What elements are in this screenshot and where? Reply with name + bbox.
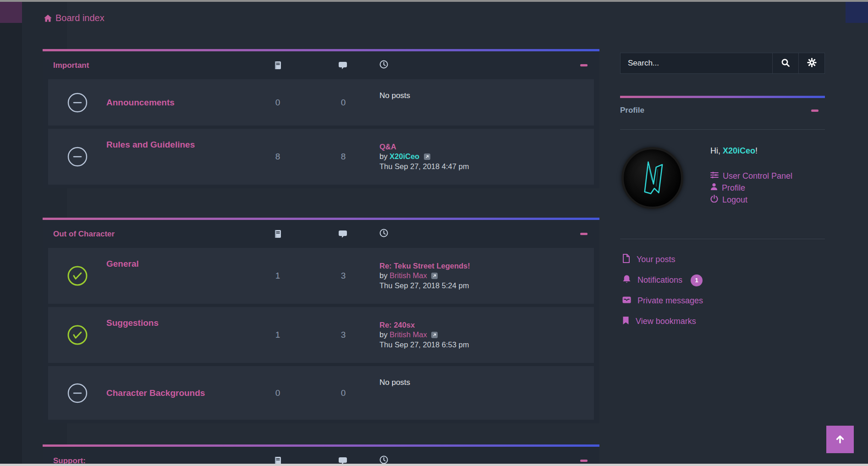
posts-count: 0 (307, 388, 379, 398)
home-icon (44, 15, 52, 22)
lastpost-clock-icon (379, 229, 388, 239)
posts-icon (307, 230, 379, 238)
inbox-icon (622, 296, 631, 306)
gear-icon (807, 58, 817, 69)
collapse-panel-button[interactable] (580, 64, 588, 66)
bell-icon (622, 274, 631, 286)
view-bookmarks-link[interactable]: View bookmarks (622, 311, 824, 332)
forum-row: Character Backgrounds 0 0 No posts (48, 366, 594, 420)
collapse-panel-button[interactable] (580, 460, 588, 462)
sidebar: Profile Hi, X20iCeo! U (620, 49, 825, 466)
scroll-to-top-button[interactable] (826, 426, 854, 453)
arrow-up-icon (835, 433, 846, 446)
check-circle-icon (48, 265, 106, 287)
notifications-link[interactable]: Notifications 1 (622, 270, 824, 291)
profile-link[interactable]: Profile (710, 182, 792, 194)
panel-support: Support: (43, 444, 599, 466)
topics-count: 0 (248, 388, 307, 398)
last-post: Re: Teku Street Legends! by British Max … (379, 261, 594, 291)
greeting: Hi, X20iCeo! (710, 146, 758, 156)
last-post-subject-link[interactable]: Q&A (379, 143, 396, 151)
forum-link[interactable]: Announcements (106, 98, 248, 108)
breadcrumb-label: Board index (55, 13, 104, 23)
last-post: Q&A by X20iCeo Thu Sep 27, 2018 4:47 pm (379, 142, 594, 171)
forum-row: Announcements 0 0 No posts (48, 79, 594, 126)
goto-last-post-icon[interactable] (431, 273, 438, 279)
panel-header: Support: (43, 447, 599, 466)
power-icon (710, 195, 718, 205)
last-post-author-link[interactable]: British Max (390, 271, 427, 280)
posts-count: 3 (307, 330, 379, 340)
goto-last-post-icon[interactable] (431, 332, 438, 338)
sidebar-links: Your posts Notifications 1 Private messa… (622, 249, 824, 332)
last-post-subject-link[interactable]: Re: 240sx (379, 321, 415, 329)
greeting-username: X20iCeo (723, 146, 755, 155)
posts-icon (307, 61, 379, 70)
forum-row: Suggestions 1 3 Re: 240sx by British Max… (48, 307, 594, 363)
panel-header: Important (43, 51, 599, 79)
topics-count: 1 (248, 271, 307, 281)
lastpost-clock-icon (379, 455, 388, 466)
user-control-panel-link[interactable]: User Control Panel (710, 170, 792, 182)
search-settings-button[interactable] (798, 53, 824, 73)
posts-icon (307, 457, 379, 465)
search-bar (620, 53, 825, 74)
breadcrumb[interactable]: Board index (44, 13, 104, 23)
collapse-panel-button[interactable] (580, 233, 588, 235)
profile-title: Profile (620, 106, 644, 115)
minus-circle-icon (48, 146, 106, 167)
topics-icon (248, 456, 307, 466)
your-posts-link[interactable]: Your posts (622, 249, 824, 270)
banner-left-fragment (0, 2, 22, 23)
topics-icon (248, 61, 307, 70)
search-input[interactable] (621, 53, 772, 73)
forum-page: Board index Important (0, 0, 868, 466)
forum-link[interactable]: Suggestions (106, 307, 248, 328)
divider (620, 129, 825, 130)
file-icon (622, 254, 630, 265)
last-post-author-link[interactable]: British Max (390, 330, 427, 339)
search-icon (781, 58, 790, 69)
lastpost-clock-icon (379, 60, 388, 71)
private-messages-link[interactable]: Private messages (622, 291, 824, 311)
posts-count: 0 (307, 98, 379, 108)
last-post: Re: 240sx by British Max Thu Sep 27, 201… (379, 320, 594, 350)
collapse-profile-button[interactable] (811, 110, 819, 112)
panel-title: Support: (48, 456, 248, 466)
bookmark-icon (622, 316, 629, 327)
topics-count: 8 (248, 152, 307, 162)
avatar (621, 147, 683, 209)
goto-last-post-icon[interactable] (424, 154, 430, 160)
minus-circle-icon (48, 383, 106, 404)
last-post-date: Thu Sep 27, 2018 6:53 pm (379, 340, 469, 349)
profile-header: Profile (620, 106, 825, 115)
panel-title: Important (48, 61, 248, 70)
minus-circle-icon (48, 92, 106, 113)
banner-right-fragment (846, 2, 868, 23)
posts-count: 3 (307, 271, 379, 281)
gradient-bar (620, 96, 825, 98)
profile-links: User Control Panel Profile Logout (710, 170, 792, 206)
topics-count: 0 (248, 98, 307, 108)
divider (620, 239, 825, 239)
logout-link[interactable]: Logout (710, 194, 792, 206)
last-post-subject-link[interactable]: Re: Teku Street Legends! (379, 262, 470, 270)
forum-row: Rules and Guidelines 8 8 Q&A by X20iCeo … (48, 129, 594, 185)
last-post-author-link[interactable]: X20iCeo (390, 152, 419, 160)
forum-row: General 1 3 Re: Teku Street Legends! by … (48, 248, 594, 304)
sliders-icon (710, 171, 719, 181)
panel-out-of-character: Out of Character (43, 218, 599, 423)
posts-count: 8 (307, 152, 379, 162)
last-post-date: Thu Sep 27, 2018 5:24 pm (379, 281, 469, 290)
left-edge-strip (0, 2, 22, 464)
forum-link[interactable]: Character Backgrounds (106, 388, 248, 398)
forum-link[interactable]: General (106, 248, 248, 269)
panel-important: Important (43, 49, 599, 188)
panel-header: Out of Character (43, 220, 599, 248)
panel-title: Out of Character (48, 230, 248, 239)
notification-badge: 1 (691, 274, 703, 286)
forum-link[interactable]: Rules and Guidelines (106, 129, 248, 150)
no-posts-label: No posts (379, 79, 594, 100)
last-post-date: Thu Sep 27, 2018 4:47 pm (379, 162, 469, 170)
search-button[interactable] (772, 53, 798, 73)
